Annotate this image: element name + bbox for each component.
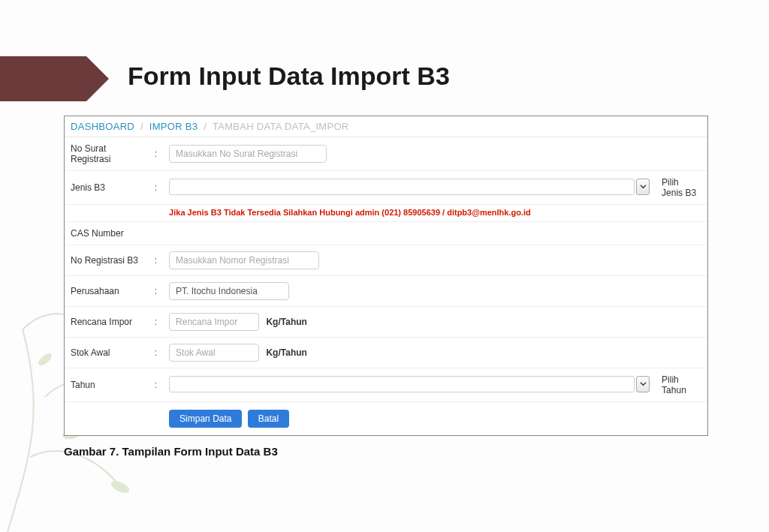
- select-jenis-b3[interactable]: [169, 179, 635, 195]
- svg-point-2: [110, 479, 131, 495]
- save-button[interactable]: Simpan Data: [169, 410, 242, 428]
- input-stok-awal[interactable]: [169, 344, 259, 362]
- slide-title: Form Input Data Import B3: [128, 62, 450, 91]
- label-jenis-b3: Jenis B3: [65, 171, 149, 205]
- colon: :: [149, 338, 163, 368]
- value-cas-number: [163, 222, 707, 245]
- input-no-surat-registrasi[interactable]: [169, 145, 327, 163]
- figure-caption: Gambar 7. Tampilan Form Input Data B3: [64, 445, 278, 458]
- label-cas-number: CAS Number: [65, 222, 149, 245]
- label-no-registrasi-b3: No Registrasi B3: [65, 245, 149, 276]
- warning-jenis-b3: Jika Jenis B3 Tidak Tersedia Silahkan Hu…: [163, 205, 707, 222]
- colon: :: [149, 368, 163, 402]
- select-tahun[interactable]: [169, 376, 635, 392]
- input-perusahaan[interactable]: [169, 282, 289, 300]
- colon: :: [149, 171, 163, 205]
- colon: :: [149, 307, 163, 338]
- breadcrumb: DASHBOARD / IMPOR B3 / TAMBAH DATA DATA_…: [65, 116, 707, 137]
- label-stok-awal: Stok Awal: [65, 338, 149, 368]
- chevron-down-icon[interactable]: [636, 376, 650, 392]
- colon: :: [149, 245, 163, 276]
- breadcrumb-separator: /: [137, 121, 146, 132]
- label-rencana-impor: Rencana Impor: [65, 307, 149, 338]
- form-panel: DASHBOARD / IMPOR B3 / TAMBAH DATA DATA_…: [64, 116, 708, 436]
- cancel-button[interactable]: Batal: [248, 410, 289, 428]
- breadcrumb-current: TAMBAH DATA DATA_IMPOR: [213, 121, 349, 132]
- label-no-surat-registrasi: No Surat Registrasi: [65, 137, 149, 171]
- breadcrumb-separator: /: [201, 121, 210, 132]
- label-perusahaan: Perusahaan: [65, 276, 149, 307]
- hint-tahun: Pilih Tahun: [656, 368, 707, 402]
- input-rencana-impor[interactable]: [169, 313, 259, 331]
- slide-accent-ribbon: [0, 56, 86, 101]
- hint-jenis-b3: Pilih Jenis B3: [656, 171, 707, 205]
- breadcrumb-dashboard[interactable]: DASHBOARD: [71, 121, 134, 132]
- svg-point-3: [36, 351, 53, 368]
- input-no-registrasi-b3[interactable]: [169, 251, 319, 269]
- breadcrumb-impor-b3[interactable]: IMPOR B3: [149, 121, 198, 132]
- unit-stok-awal: Kg/Tahun: [266, 347, 306, 358]
- colon: :: [149, 276, 163, 307]
- chevron-down-icon[interactable]: [636, 179, 650, 195]
- unit-rencana-impor: Kg/Tahun: [266, 317, 306, 327]
- label-tahun: Tahun: [65, 368, 149, 402]
- colon: :: [149, 137, 163, 171]
- form-table: No Surat Registrasi : Jenis B3 : Pilih J…: [65, 137, 707, 435]
